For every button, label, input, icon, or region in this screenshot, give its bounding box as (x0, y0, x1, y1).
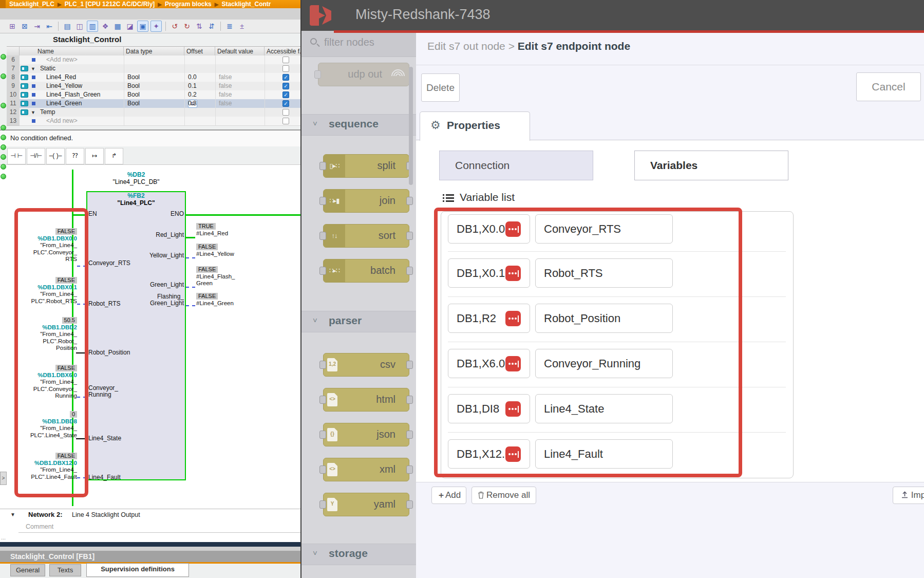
add-variable-button[interactable]: ＋Add (431, 487, 466, 504)
import-button[interactable]: Imp (893, 487, 924, 504)
table-row[interactable]: 6 <Add new> (7, 55, 300, 64)
palette-node-batch[interactable]: ∷▸∷ batch (323, 259, 409, 283)
node-input-port[interactable] (319, 396, 326, 404)
accessible-checkbox[interactable] (282, 57, 289, 63)
table-row-selected[interactable]: 11 Line4_Green Bool ▤ 0.3 false ✓ (7, 99, 300, 108)
output-operand[interactable]: FALSE #Line4_Green (196, 293, 273, 307)
table-row[interactable]: 8 Line4_Red Bool 0.0 false ✓ (7, 73, 300, 82)
toolbar-icon[interactable]: ± (237, 21, 247, 31)
node-output-port[interactable] (406, 267, 413, 275)
tab-supervision-definitions[interactable]: Supervision definitions (86, 563, 189, 577)
fb-input-port[interactable]: Robot_RTS (88, 300, 120, 307)
column-header-datatype[interactable]: Data type (124, 47, 184, 56)
node-input-port[interactable] (314, 70, 321, 79)
network-comment-placeholder[interactable]: Comment (26, 523, 53, 530)
collapse-arrow-icon[interactable]: ▼ (10, 512, 15, 517)
accessible-checkbox[interactable]: ✓ (282, 100, 289, 107)
toolbar-icon[interactable]: ◫ (74, 21, 85, 31)
fb-input-port[interactable]: Robot_Position (88, 349, 130, 356)
accessible-checkbox[interactable]: ✓ (282, 83, 289, 89)
output-operand[interactable]: TRUE #Line4_Red (196, 223, 273, 237)
expand-arrow-icon[interactable]: ▼ (31, 108, 35, 117)
toolbar-icon[interactable]: ✦ (150, 21, 162, 32)
palette-search[interactable]: filter nodes (301, 31, 416, 57)
toolbar-icon[interactable]: ⇥ (32, 21, 42, 31)
column-header-accessible[interactable]: Accessible f... (265, 47, 300, 56)
accessible-checkbox[interactable]: ✓ (282, 74, 289, 81)
node-output-port[interactable] (406, 465, 413, 474)
breadcrumb-parent[interactable]: Edit s7 out node (427, 40, 505, 52)
toolbar-icon[interactable]: ⇅ (194, 21, 204, 31)
fb-output-port[interactable]: Green_Light (122, 281, 184, 288)
fb-input-port[interactable]: Line4_State (88, 435, 121, 442)
breadcrumb-item[interactable]: PLC_1 [CPU 1212C AC/DC/Rly] (65, 1, 155, 8)
node-output-port[interactable] (406, 500, 413, 509)
node-input-port[interactable] (319, 267, 326, 275)
node-input-port[interactable] (319, 232, 326, 240)
palette-node-json[interactable]: {} json (323, 423, 409, 446)
accessible-checkbox[interactable] (282, 118, 289, 124)
toolbar-icon[interactable]: ↻ (182, 21, 192, 31)
node-input-port[interactable] (319, 361, 326, 369)
node-input-port[interactable] (319, 431, 326, 439)
tab-variables[interactable]: Variables (634, 151, 788, 180)
palette-node-csv[interactable]: 1,2 csv (323, 353, 409, 377)
cancel-button[interactable]: Cancel (856, 72, 921, 101)
expand-arrow-icon[interactable]: ▼ (31, 65, 35, 73)
palette-section-parser[interactable]: ˅ parser (301, 311, 416, 332)
toolbar-icon[interactable]: ⊞ (7, 21, 17, 31)
palette-node-join[interactable]: ∷▸▮ join (323, 189, 409, 213)
palette-node-yaml[interactable]: Y yaml (323, 493, 409, 516)
tab-connection[interactable]: Connection (439, 151, 593, 180)
fb-output-port[interactable]: Yellow_Light (122, 252, 184, 259)
breadcrumb-item[interactable]: Program blocks (165, 1, 212, 8)
fb-output-port[interactable]: Red_Light (122, 231, 184, 238)
table-row-group[interactable]: 7 ▼Static (7, 64, 300, 73)
palette-node-udp-out[interactable]: udp out (318, 63, 409, 86)
fb-output-port[interactable]: Green_Light (122, 300, 184, 307)
column-header-name[interactable]: Name (20, 47, 124, 56)
tab-properties[interactable]: ⚙ Properties (420, 111, 530, 141)
accessible-checkbox[interactable] (282, 65, 289, 72)
toolbar-icon[interactable]: ◪ (125, 21, 135, 31)
delete-button[interactable]: Delete (421, 73, 460, 102)
breadcrumb[interactable]: Stacklight_PLC▶PLC_1 [CPU 1212C AC/DC/Rl… (0, 0, 300, 8)
fb-input-port[interactable]: Conveyor_ (88, 384, 118, 391)
toolbar-icon[interactable]: ❖ (100, 21, 110, 31)
node-output-port[interactable] (406, 197, 413, 205)
lad-close-branch-icon[interactable]: ↱ (105, 148, 123, 164)
accessible-checkbox[interactable]: ✓ (282, 91, 289, 98)
tab-general[interactable]: General (10, 564, 45, 576)
toolbar-icon[interactable]: ▤ (62, 21, 72, 31)
toolbar-icon[interactable]: ≣ (224, 21, 235, 31)
node-output-port[interactable] (406, 396, 413, 404)
palette-node-sort[interactable]: ↑↓ sort (323, 224, 409, 248)
toolbar-icon[interactable]: ⇤ (44, 21, 54, 31)
toolbar-icon[interactable]: ▦ (112, 21, 123, 31)
tab-texts[interactable]: Texts (49, 564, 81, 576)
breadcrumb-item[interactable]: Stacklight_Contr (221, 1, 271, 8)
accessible-checkbox[interactable] (282, 109, 289, 116)
lad-empty-box-icon[interactable]: ⁇ (66, 148, 84, 164)
node-output-port[interactable] (406, 431, 413, 439)
palette-node-split[interactable]: ▯▸∷ split (323, 154, 409, 178)
palette-node-xml[interactable]: <> xml (323, 458, 409, 481)
output-operand[interactable]: FALSE #Line4_Yellow (196, 244, 273, 257)
table-row[interactable]: 10 Line4_Flash_Green Bool 0.2 false ✓ (7, 90, 300, 99)
breadcrumb-item[interactable]: Stacklight_PLC (9, 1, 54, 8)
fb-input-port[interactable]: Conveyor_RTS (88, 259, 130, 267)
column-header-offset[interactable]: Offset (184, 47, 215, 56)
toolbar-icon[interactable]: ⊠ (20, 21, 30, 31)
remove-all-button[interactable]: Remove all (472, 487, 536, 504)
toolbar-icon[interactable]: ⇵ (206, 21, 217, 31)
palette-scrollbar[interactable] (409, 67, 413, 185)
fb-output-port[interactable]: Flashing_ (122, 293, 184, 300)
toolbar-icon[interactable]: ▥ (87, 21, 98, 32)
toolbar-icon[interactable]: ▣ (137, 21, 148, 32)
node-output-port[interactable] (406, 232, 413, 240)
palette-section-sequence[interactable]: ˅ sequence (301, 114, 416, 136)
sidebar-expand-button[interactable]: > (0, 472, 7, 485)
palette-node-html[interactable]: <> html (323, 388, 409, 412)
node-output-port[interactable] (406, 361, 413, 369)
node-input-port[interactable] (319, 162, 326, 170)
